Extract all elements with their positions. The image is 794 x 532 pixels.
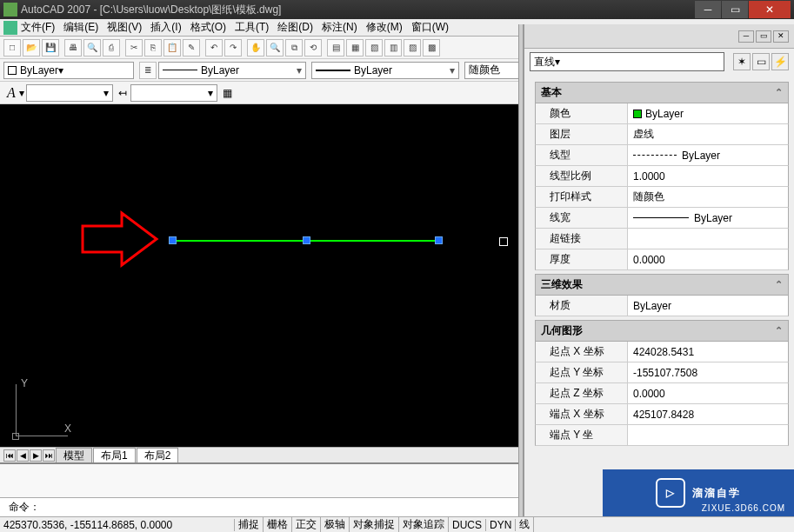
collapse-icon[interactable]: ⌃	[775, 87, 783, 98]
properties-list[interactable]: 基本⌃颜色ByLayer图层虚线线型ByLayer线型比例1.0000打印样式随…	[524, 75, 794, 516]
close-button[interactable]: ✕	[749, 1, 791, 18]
markup-icon[interactable]: ▨	[404, 39, 421, 57]
ssm-icon[interactable]: ▥	[384, 39, 402, 57]
menu-format[interactable]: 格式(O)	[190, 20, 226, 35]
props-icon[interactable]: ▤	[327, 39, 344, 57]
minimize-button[interactable]: ─	[695, 1, 721, 18]
palette-max-icon[interactable]: ▭	[756, 30, 771, 43]
property-value-cell[interactable]: ByLayer	[628, 208, 788, 228]
matchprop-icon[interactable]: ✎	[183, 39, 200, 57]
zoom-win-icon[interactable]: ⧉	[285, 39, 303, 57]
property-row[interactable]: 起点 Z 坐标0.0000	[535, 383, 789, 404]
maximize-button[interactable]: ▭	[722, 1, 748, 18]
lineweight-control[interactable]: ByLayer ▾	[311, 62, 459, 79]
lwt-toggle[interactable]: 线	[516, 517, 534, 532]
pickadd-icon[interactable]: ✶	[733, 53, 751, 70]
menu-edit[interactable]: 编辑(E)	[63, 20, 98, 35]
property-row[interactable]: 端点 Y 坐	[535, 425, 789, 446]
property-value-cell[interactable]: 虚线	[628, 124, 788, 144]
tp-icon[interactable]: ▧	[365, 39, 383, 57]
property-category[interactable]: 三维效果⌃	[535, 274, 789, 296]
paste-icon[interactable]: 📋	[163, 39, 181, 57]
osnap-toggle[interactable]: 对象捕捉	[350, 517, 399, 532]
open-icon[interactable]: 📂	[23, 39, 40, 57]
menu-window[interactable]: 窗口(W)	[411, 20, 449, 35]
collapse-icon[interactable]: ⌃	[775, 325, 783, 336]
grid-toggle[interactable]: 栅格	[264, 517, 292, 532]
print-icon[interactable]: 🖶	[64, 39, 82, 57]
property-row[interactable]: 厚度0.0000	[535, 249, 789, 270]
zoom-prev-icon[interactable]: ⟲	[304, 39, 322, 57]
linetype-control[interactable]: ByLayer ▾	[158, 62, 306, 79]
property-value-cell[interactable]: 0.0000	[628, 383, 788, 403]
undo-icon[interactable]: ↶	[205, 39, 223, 57]
property-row[interactable]: 超链接	[535, 229, 789, 249]
menu-view[interactable]: 视图(V)	[107, 20, 142, 35]
property-value-cell[interactable]: 随颜色	[628, 187, 788, 207]
property-value-cell[interactable]: 1.0000	[628, 166, 788, 186]
quickselect-icon[interactable]: ⚡	[771, 53, 789, 70]
property-row[interactable]: 线宽ByLayer	[535, 208, 789, 229]
tab-next-icon[interactable]: ▶	[30, 449, 42, 462]
tab-layout1[interactable]: 布局1	[93, 448, 136, 463]
cut-icon[interactable]: ✂	[125, 39, 143, 57]
property-value-cell[interactable]: -155107.7508	[628, 362, 788, 382]
grip-end[interactable]	[435, 236, 443, 244]
menu-dimension[interactable]: 标注(N)	[322, 20, 357, 35]
select-icon[interactable]: ▭	[752, 53, 770, 70]
calc-icon[interactable]: ▩	[423, 39, 440, 57]
dyn-toggle[interactable]: DYN	[486, 519, 516, 531]
tab-layout2[interactable]: 布局2	[137, 448, 179, 463]
property-row[interactable]: 颜色ByLayer	[535, 103, 789, 124]
drawing-area[interactable]: Y X	[0, 104, 518, 462]
object-type-select[interactable]: 直线 ▾	[530, 52, 724, 71]
publish-icon[interactable]: ⎙	[103, 39, 120, 57]
tab-last-icon[interactable]: ⏭	[43, 449, 55, 462]
polar-toggle[interactable]: 极轴	[321, 517, 350, 532]
otrack-toggle[interactable]: 对象追踪	[399, 517, 449, 532]
property-row[interactable]: 起点 X 坐标424028.5431	[535, 342, 789, 362]
property-row[interactable]: 端点 X 坐标425107.8428	[535, 404, 789, 425]
property-value-cell[interactable]	[628, 229, 788, 249]
property-value-cell[interactable]: ByLayer	[628, 145, 788, 165]
menu-draw[interactable]: 绘图(D)	[277, 20, 313, 35]
dcenter-icon[interactable]: ▦	[346, 39, 364, 57]
copy-icon[interactable]: ⎘	[144, 39, 162, 57]
pan-icon[interactable]: ✋	[247, 39, 264, 57]
grip-mid[interactable]	[303, 236, 310, 244]
ortho-toggle[interactable]: 正交	[292, 517, 321, 532]
property-category[interactable]: 几何图形⌃	[535, 320, 789, 342]
coordinates-display[interactable]: 425370.3536, -155114.8685, 0.0000	[0, 519, 235, 531]
command-history[interactable]	[0, 464, 518, 497]
tab-model[interactable]: 模型	[56, 448, 92, 463]
grip-start[interactable]	[169, 236, 177, 244]
property-row[interactable]: 图层虚线	[535, 124, 789, 145]
menu-insert[interactable]: 插入(I)	[150, 20, 181, 35]
new-icon[interactable]: □	[3, 39, 21, 57]
property-row[interactable]: 打印样式随颜色	[535, 187, 789, 208]
property-value-cell[interactable]: 0.0000	[628, 249, 788, 269]
property-value-cell[interactable]: ByLayer	[628, 296, 788, 316]
redo-icon[interactable]: ↷	[224, 39, 242, 57]
property-row[interactable]: 线型比例1.0000	[535, 166, 789, 187]
command-input[interactable]	[40, 502, 515, 514]
preview-icon[interactable]: 🔍	[83, 39, 101, 57]
property-row[interactable]: 线型ByLayer	[535, 145, 789, 166]
menu-modify[interactable]: 修改(M)	[366, 20, 403, 35]
property-category[interactable]: 基本⌃	[535, 82, 789, 103]
property-value-cell[interactable]: 425107.8428	[628, 404, 788, 424]
zoom-rt-icon[interactable]: 🔍	[266, 39, 284, 57]
menu-tools[interactable]: 工具(T)	[235, 20, 269, 35]
tab-prev-icon[interactable]: ◀	[17, 449, 29, 462]
model-viewport[interactable]: Y X	[0, 104, 518, 462]
property-row[interactable]: 材质ByLayer	[535, 296, 789, 316]
menu-file[interactable]: 文件(F)	[21, 20, 55, 35]
palette-min-icon[interactable]: ─	[738, 30, 754, 43]
ducs-toggle[interactable]: DUCS	[449, 519, 486, 531]
save-icon[interactable]: 💾	[42, 39, 59, 57]
property-value-cell[interactable]: ByLayer	[628, 103, 788, 123]
property-value-cell[interactable]	[628, 425, 788, 445]
palette-close-icon[interactable]: ✕	[773, 30, 789, 43]
property-row[interactable]: 起点 Y 坐标-155107.7508	[535, 362, 789, 383]
layer-prev-icon[interactable]: ≣	[139, 62, 157, 79]
